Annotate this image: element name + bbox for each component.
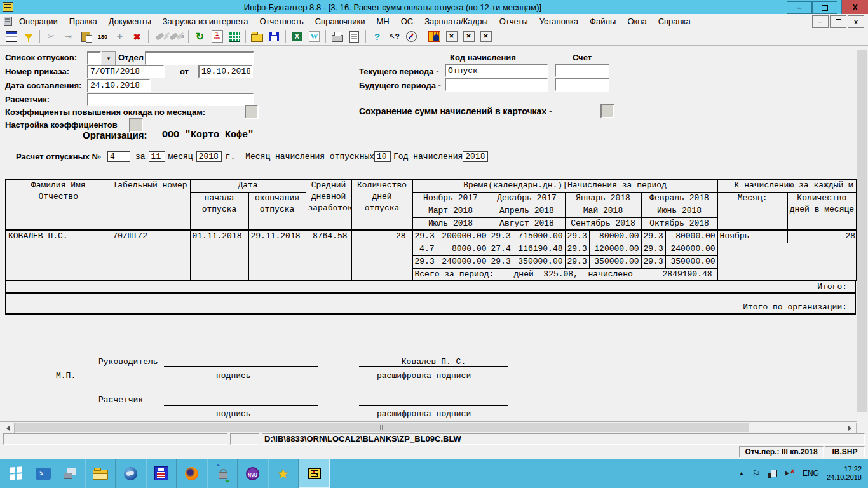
cell-month-days[interactable]: 28 xyxy=(787,230,857,243)
menu-help[interactable]: Справка xyxy=(653,15,696,27)
cell-accrual-month[interactable]: Ноябрь xyxy=(717,230,787,243)
taskbar-favorites-button[interactable]: ★ xyxy=(268,459,299,488)
menu-setup[interactable]: Установка xyxy=(534,15,584,27)
cell-amount[interactable]: 240000.00 xyxy=(665,243,717,255)
cell-employee-name[interactable]: КОВАЛЕВ П.С. xyxy=(6,230,111,281)
delete-button[interactable]: ✖ xyxy=(128,29,146,44)
cell-amount[interactable]: 116190.48 xyxy=(513,243,565,255)
coeff-box-button[interactable] xyxy=(245,105,259,119)
cell-amount[interactable]: 8000.00 xyxy=(437,243,489,255)
cell-amount[interactable]: 715000.00 xyxy=(513,230,565,243)
close-window-button-2[interactable]: ✕ xyxy=(460,29,477,44)
scroll-right-button[interactable] xyxy=(843,423,857,433)
context-help-button[interactable]: ↖? xyxy=(386,29,403,44)
calculator-person-input[interactable] xyxy=(87,93,254,106)
cell-days[interactable]: 29.3 xyxy=(412,255,437,268)
cell-avg-daily[interactable]: 8764.58 xyxy=(306,230,351,281)
refresh-button[interactable]: ↻ xyxy=(191,29,208,44)
scroll-left-button[interactable] xyxy=(1,423,15,433)
current-period-account-input[interactable] xyxy=(555,64,609,78)
compass-button[interactable] xyxy=(403,29,420,44)
dept-input[interactable] xyxy=(145,51,254,65)
close-window-button-3[interactable]: ✕ xyxy=(477,29,494,44)
help-button[interactable]: ? xyxy=(369,29,386,44)
lamp-ab-button[interactable]: A+B xyxy=(168,29,186,44)
order-date-input[interactable] xyxy=(198,65,253,78)
cell-days[interactable]: 29.3 xyxy=(565,230,589,243)
menu-os[interactable]: ОС xyxy=(395,15,419,27)
print-button[interactable] xyxy=(329,29,346,44)
minimize-button[interactable]: – xyxy=(787,1,812,14)
filter-button[interactable] xyxy=(20,29,37,44)
taskbar-infobuh-button[interactable] xyxy=(299,459,330,488)
taskbar-thunderbird-button[interactable] xyxy=(116,459,146,488)
taskbar-admin-tools-button[interactable] xyxy=(55,459,85,488)
vertical-scroll-thumb[interactable] xyxy=(857,50,867,412)
cell-days[interactable]: 4.7 xyxy=(412,243,437,255)
save-button[interactable] xyxy=(266,29,283,44)
blank-form-button[interactable] xyxy=(3,29,20,44)
taskbar-floppy-app-button[interactable] xyxy=(146,459,177,488)
menu-files[interactable]: Файлы xyxy=(584,15,621,27)
word-export-button[interactable]: W xyxy=(306,29,323,44)
horizontal-scroll-thumb[interactable] xyxy=(15,423,749,432)
cell-tab-number[interactable]: 70/ШТ/2 xyxy=(111,230,190,281)
cell-days[interactable]: 27.4 xyxy=(489,243,513,255)
tray-flag-icon[interactable]: ⚐ xyxy=(752,469,760,478)
cell-amount[interactable]: 240000.00 xyxy=(437,255,489,268)
add-button[interactable]: + xyxy=(111,29,128,44)
compile-date-input[interactable] xyxy=(87,79,151,92)
cell-days[interactable]: 29.3 xyxy=(565,255,589,268)
rotate-180-button[interactable]: 180 xyxy=(94,29,111,44)
calc-year-field[interactable]: 2018 xyxy=(196,151,222,162)
muted-speaker-icon[interactable]: ✗ xyxy=(785,469,795,478)
vacation-list-combo[interactable] xyxy=(87,51,101,65)
menu-reports[interactable]: Отчеты xyxy=(494,15,534,27)
taskbar-firefox-button[interactable] xyxy=(177,459,207,488)
cell-vac-end[interactable]: 29.11.2018 xyxy=(248,230,306,281)
accrual-year-field[interactable]: 2018 xyxy=(463,151,488,162)
mdi-restore-button[interactable] xyxy=(830,15,846,28)
menu-directories[interactable]: Справочники xyxy=(309,15,371,27)
save-cards-box-button[interactable] xyxy=(600,104,614,118)
cell-days[interactable]: 29.3 xyxy=(565,243,589,255)
language-indicator[interactable]: ENG xyxy=(803,469,819,478)
cell-amount[interactable]: 350000.00 xyxy=(513,255,565,268)
current-period-code-input[interactable] xyxy=(445,64,548,78)
cell-period-total[interactable]: Всего за период: дней 325.08, начислено … xyxy=(412,268,717,281)
cell-amount[interactable]: 200000.00 xyxy=(437,230,489,243)
taskbar-explorer-button[interactable] xyxy=(85,459,116,488)
cell-amount[interactable]: 350000.00 xyxy=(665,255,717,268)
paste-button[interactable] xyxy=(77,29,94,44)
cell-amount[interactable]: 80000.00 xyxy=(665,230,717,243)
cell-vac-days[interactable]: 28 xyxy=(351,230,412,281)
cell-amount[interactable]: 120000.00 xyxy=(589,243,641,255)
menu-operations[interactable]: Операции xyxy=(13,15,64,27)
menu-reporting[interactable]: Отчетность xyxy=(254,15,309,27)
lamp-button[interactable] xyxy=(151,29,168,44)
menu-internet-load[interactable]: Загрузка из интернета xyxy=(157,15,254,27)
cell-days[interactable]: 29.3 xyxy=(489,255,513,268)
preview-button[interactable] xyxy=(346,29,363,44)
calculator-button[interactable] xyxy=(226,29,243,44)
cut-button[interactable]: ✂ xyxy=(43,29,60,44)
taskbar-nvu-button[interactable]: NVU xyxy=(238,459,268,488)
future-period-account-input[interactable] xyxy=(555,78,609,92)
tray-chevron-icon[interactable]: ▲ xyxy=(738,469,744,478)
close-button[interactable]: X xyxy=(841,0,868,14)
tray-clock[interactable]: 17:22 24.10.2018 xyxy=(827,465,862,482)
cell-amount[interactable]: 80000.00 xyxy=(589,230,641,243)
future-period-code-input[interactable] xyxy=(445,78,548,92)
cell-days[interactable]: 29.3 xyxy=(641,230,665,243)
cell-days[interactable]: 29.3 xyxy=(489,230,513,243)
cell-days[interactable]: 29.3 xyxy=(641,255,665,268)
close-window-button-1[interactable]: ✕ xyxy=(443,29,460,44)
taskbar-powershell-button[interactable]: >_ xyxy=(32,459,55,488)
restore-button[interactable] xyxy=(812,1,837,14)
move-button[interactable]: ⇥ xyxy=(60,29,77,44)
taskbar-winscp-button[interactable] xyxy=(207,459,238,488)
vacation-list-dropdown-button[interactable]: ▼ xyxy=(102,51,116,66)
menu-salary[interactable]: Зарплата/Кадры xyxy=(419,15,494,27)
calc-month-field[interactable]: 11 xyxy=(149,151,165,162)
network-icon[interactable] xyxy=(768,470,777,478)
